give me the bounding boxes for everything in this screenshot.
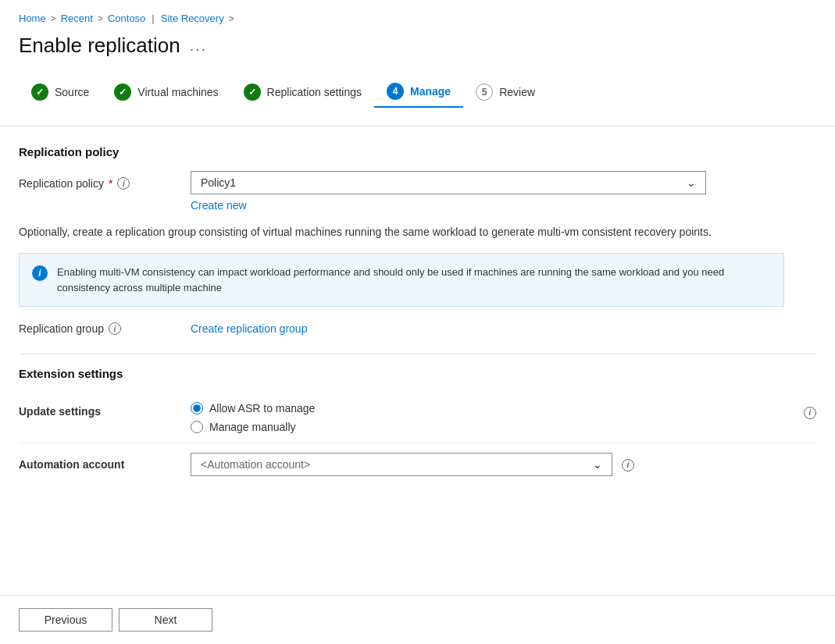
step-icon-replication-settings: ✓ [244,84,261,101]
wizard-steps: ✓ Source ✓ Virtual machines ✓ Replicatio… [0,76,835,126]
step-label-manage: Manage [410,85,451,98]
dropdown-arrow-icon: ⌄ [687,176,696,189]
radio-allow-asr[interactable]: Allow ASR to manage [191,402,804,415]
breadcrumb-home[interactable]: Home [19,12,46,24]
radio-allow-asr-input[interactable] [191,402,203,415]
replication-policy-dropdown[interactable]: Policy1 ⌄ [191,171,706,194]
automation-account-info-icon[interactable]: i [622,459,634,471]
replication-group-row: Replication group i Create replication g… [19,322,816,335]
step-label-replication-settings: Replication settings [267,86,362,98]
info-banner-text: Enabling multi-VM consistency can impact… [57,265,771,295]
radio-manage-manually-label: Manage manually [209,421,296,433]
update-settings-radio-group: Allow ASR to manage Manage manually [191,402,804,433]
update-settings-info-area: i [804,402,816,419]
create-new-link[interactable]: Create new [191,199,247,212]
breadcrumb-sep-1: > [51,13,56,24]
update-settings-info-icon[interactable]: i [804,407,816,419]
page-title: Enable replication [19,34,180,58]
breadcrumb: Home > Recent > Contoso | Site Recovery … [0,0,835,30]
step-label-virtual-machines: Virtual machines [137,86,218,98]
step-icon-virtual-machines: ✓ [114,84,131,101]
radio-manage-manually-input[interactable] [191,421,203,433]
previous-button[interactable]: Previous [19,608,112,632]
breadcrumb-recent[interactable]: Recent [61,12,93,24]
replication-policy-row: Replication policy * i Policy1 ⌄ Create … [19,171,816,212]
wizard-step-replication-settings[interactable]: ✓ Replication settings [231,77,374,107]
automation-account-placeholder: <Automation account> [201,458,310,471]
step-icon-manage: 4 [387,83,404,100]
radio-allow-asr-label: Allow ASR to manage [209,402,315,415]
page-container: Home > Recent > Contoso | Site Recovery … [0,0,835,644]
replication-policy-value: Policy1 [201,176,236,189]
radio-manage-manually[interactable]: Manage manually [191,421,804,433]
automation-dropdown-arrow-icon: ⌄ [593,458,602,471]
title-ellipsis-menu[interactable]: ... [190,37,208,55]
replication-policy-control: Policy1 ⌄ Create new [191,171,816,212]
next-button[interactable]: Next [119,608,212,632]
wizard-step-review[interactable]: 5 Review [463,77,548,107]
replication-policy-section-title: Replication policy [19,145,816,158]
automation-account-info-area: i [622,457,634,471]
divider [19,354,816,354]
step-label-source: Source [55,86,89,98]
step-icon-source: ✓ [31,84,48,101]
replication-group-info-icon[interactable]: i [109,322,121,335]
required-marker: * [109,177,112,190]
breadcrumb-sep-3: > [229,13,234,24]
page-title-row: Enable replication ... [0,30,835,76]
update-settings-label: Update settings [19,402,191,418]
automation-account-dropdown[interactable]: <Automation account> ⌄ [191,453,612,476]
description-text: Optionally, create a replication group c… [19,224,784,240]
step-icon-review: 5 [476,84,493,101]
breadcrumb-contoso[interactable]: Contoso [108,12,145,24]
wizard-step-virtual-machines[interactable]: ✓ Virtual machines [102,77,230,107]
breadcrumb-site-recovery[interactable]: Site Recovery [161,12,224,24]
replication-policy-label: Replication policy * i [19,171,191,190]
info-banner: i Enabling multi-VM consistency can impa… [19,253,784,307]
extension-settings-title: Extension settings [19,367,816,380]
automation-account-row: Automation account <Automation account> … [19,443,816,486]
footer: Previous Next [0,595,835,644]
create-replication-group-link[interactable]: Create replication group [191,322,307,335]
automation-account-label: Automation account [19,458,191,471]
replication-policy-info-icon[interactable]: i [117,177,130,190]
update-settings-row: Update settings Allow ASR to manage Mana… [19,393,816,443]
breadcrumb-sep-2: > [98,13,103,24]
main-content: Replication policy Replication policy * … [0,126,835,595]
breadcrumb-pipe: | [152,12,154,24]
info-banner-icon: i [32,265,48,281]
replication-group-label: Replication group i [19,322,191,335]
wizard-step-manage[interactable]: 4 Manage [374,76,463,108]
step-label-review: Review [499,86,535,98]
wizard-step-source[interactable]: ✓ Source [19,77,102,107]
